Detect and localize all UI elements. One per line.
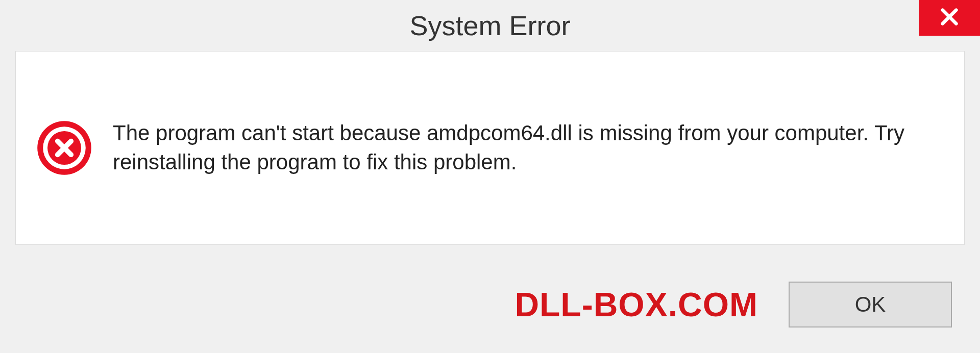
- watermark-text: DLL-BOX.COM: [514, 285, 758, 324]
- close-button[interactable]: [919, 0, 980, 36]
- dialog-footer: DLL-BOX.COM OK: [0, 256, 980, 353]
- content-panel: The program can't start because amdpcom6…: [15, 51, 965, 245]
- ok-button-label: OK: [855, 292, 886, 317]
- close-icon: [939, 7, 960, 29]
- dialog-title: System Error: [409, 10, 570, 41]
- ok-button[interactable]: OK: [789, 282, 952, 327]
- titlebar: System Error: [0, 0, 980, 51]
- error-icon: [36, 120, 92, 176]
- error-message: The program can't start because amdpcom6…: [113, 119, 944, 176]
